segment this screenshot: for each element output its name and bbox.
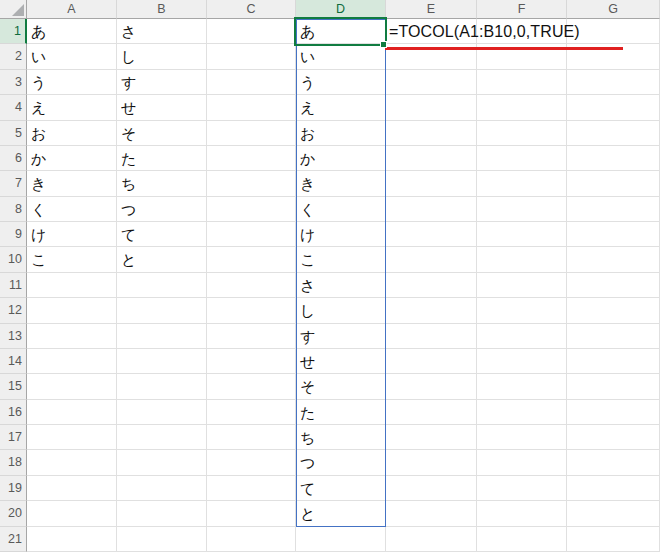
row-header-6[interactable]: 6 xyxy=(0,146,27,171)
cell-A20[interactable] xyxy=(27,501,117,526)
cell-F19[interactable] xyxy=(477,476,567,501)
cell-G8[interactable] xyxy=(567,197,660,222)
cell-C12[interactable] xyxy=(207,298,296,323)
cell-B15[interactable] xyxy=(117,374,207,399)
cell-D18[interactable]: つ xyxy=(296,450,386,475)
cell-D13[interactable]: す xyxy=(296,324,386,349)
cell-E7[interactable] xyxy=(386,171,477,196)
cell-B6[interactable]: た xyxy=(117,146,207,171)
cell-F7[interactable] xyxy=(477,171,567,196)
cell-E2[interactable] xyxy=(386,44,477,69)
cell-E13[interactable] xyxy=(386,324,477,349)
cell-A6[interactable]: か xyxy=(27,146,117,171)
cell-D12[interactable]: し xyxy=(296,298,386,323)
cell-B12[interactable] xyxy=(117,298,207,323)
cell-A3[interactable]: う xyxy=(27,70,117,95)
cell-C4[interactable] xyxy=(207,95,296,120)
cell-E20[interactable] xyxy=(386,501,477,526)
cell-B3[interactable]: す xyxy=(117,70,207,95)
cell-G17[interactable] xyxy=(567,425,660,450)
cell-F16[interactable] xyxy=(477,400,567,425)
cell-G10[interactable] xyxy=(567,247,660,272)
cell-D11[interactable]: さ xyxy=(296,273,386,298)
cell-C5[interactable] xyxy=(207,121,296,146)
row-header-5[interactable]: 5 xyxy=(0,121,27,146)
cell-F18[interactable] xyxy=(477,450,567,475)
cell-F8[interactable] xyxy=(477,197,567,222)
cell-B8[interactable]: つ xyxy=(117,197,207,222)
cell-F4[interactable] xyxy=(477,95,567,120)
cell-B19[interactable] xyxy=(117,476,207,501)
cell-C11[interactable] xyxy=(207,273,296,298)
cell-C1[interactable] xyxy=(207,19,296,44)
row-header-1[interactable]: 1 xyxy=(0,19,27,44)
cell-G3[interactable] xyxy=(567,70,660,95)
cell-A12[interactable] xyxy=(27,298,117,323)
cell-C15[interactable] xyxy=(207,374,296,399)
column-header-F[interactable]: F xyxy=(477,0,567,19)
row-header-16[interactable]: 16 xyxy=(0,400,27,425)
row-header-9[interactable]: 9 xyxy=(0,222,27,247)
cell-B21[interactable] xyxy=(117,527,207,552)
row-header-2[interactable]: 2 xyxy=(0,44,27,69)
cell-F9[interactable] xyxy=(477,222,567,247)
cell-C2[interactable] xyxy=(207,44,296,69)
cell-G6[interactable] xyxy=(567,146,660,171)
cell-B2[interactable]: し xyxy=(117,44,207,69)
column-header-E[interactable]: E xyxy=(386,0,477,19)
cell-A14[interactable] xyxy=(27,349,117,374)
cell-C16[interactable] xyxy=(207,400,296,425)
cell-A13[interactable] xyxy=(27,324,117,349)
cell-B17[interactable] xyxy=(117,425,207,450)
cell-D16[interactable]: た xyxy=(296,400,386,425)
cell-F14[interactable] xyxy=(477,349,567,374)
cell-E17[interactable] xyxy=(386,425,477,450)
cell-D2[interactable]: い xyxy=(296,44,386,69)
column-header-B[interactable]: B xyxy=(117,0,207,19)
cell-F17[interactable] xyxy=(477,425,567,450)
cell-D19[interactable]: て xyxy=(296,476,386,501)
column-header-D[interactable]: D xyxy=(296,0,386,19)
cell-E14[interactable] xyxy=(386,349,477,374)
cell-D7[interactable]: き xyxy=(296,171,386,196)
cell-C21[interactable] xyxy=(207,527,296,552)
cell-E19[interactable] xyxy=(386,476,477,501)
row-header-15[interactable]: 15 xyxy=(0,374,27,399)
cell-B7[interactable]: ち xyxy=(117,171,207,196)
cell-G2[interactable] xyxy=(567,44,660,69)
cell-A16[interactable] xyxy=(27,400,117,425)
cell-A1[interactable]: あ xyxy=(27,19,117,44)
cell-E3[interactable] xyxy=(386,70,477,95)
cell-A7[interactable]: き xyxy=(27,171,117,196)
cell-G14[interactable] xyxy=(567,349,660,374)
cell-E8[interactable] xyxy=(386,197,477,222)
cell-D5[interactable]: お xyxy=(296,121,386,146)
cell-B13[interactable] xyxy=(117,324,207,349)
cell-G13[interactable] xyxy=(567,324,660,349)
cell-E16[interactable] xyxy=(386,400,477,425)
cell-C6[interactable] xyxy=(207,146,296,171)
cell-G9[interactable] xyxy=(567,222,660,247)
cell-E5[interactable] xyxy=(386,121,477,146)
select-all-corner[interactable] xyxy=(0,0,27,19)
column-header-G[interactable]: G xyxy=(567,0,660,19)
cell-G5[interactable] xyxy=(567,121,660,146)
cell-D4[interactable]: え xyxy=(296,95,386,120)
cell-G4[interactable] xyxy=(567,95,660,120)
cell-C3[interactable] xyxy=(207,70,296,95)
row-header-13[interactable]: 13 xyxy=(0,324,27,349)
row-header-8[interactable]: 8 xyxy=(0,197,27,222)
cell-G12[interactable] xyxy=(567,298,660,323)
cell-A18[interactable] xyxy=(27,450,117,475)
cell-A21[interactable] xyxy=(27,527,117,552)
cell-D14[interactable]: せ xyxy=(296,349,386,374)
cell-C20[interactable] xyxy=(207,501,296,526)
cell-D20[interactable]: と xyxy=(296,501,386,526)
cell-B1[interactable]: さ xyxy=(117,19,207,44)
cell-E15[interactable] xyxy=(386,374,477,399)
cell-G1[interactable] xyxy=(567,19,660,44)
cell-D6[interactable]: か xyxy=(296,146,386,171)
cell-G7[interactable] xyxy=(567,171,660,196)
cell-F21[interactable] xyxy=(477,527,567,552)
row-header-17[interactable]: 17 xyxy=(0,425,27,450)
